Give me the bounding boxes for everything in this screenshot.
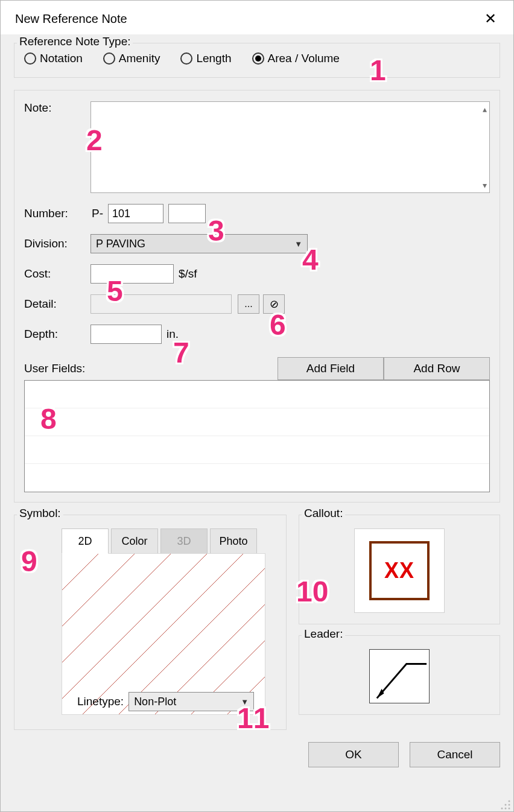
cancel-button[interactable]: Cancel	[410, 742, 500, 767]
no-icon: ⊘	[270, 297, 279, 311]
cost-label: Cost:	[24, 267, 90, 281]
dialog-client: Reference Note Type: Notation Amenity Le…	[1, 34, 513, 811]
cancel-label: Cancel	[437, 748, 472, 761]
symbol-groupbox: Symbol: 2D Color 3D Photo	[14, 515, 287, 730]
close-button[interactable]: ✕	[478, 9, 503, 28]
symbol-label: Symbol:	[17, 507, 63, 520]
add-field-button[interactable]: Add Field	[278, 357, 384, 380]
type-section-label: Reference Note Type:	[17, 35, 133, 48]
ellipsis-icon: ...	[244, 299, 252, 309]
form-groupbox: Note: ▴ ▾ Number: P- Division: P PAVING …	[14, 90, 500, 503]
svg-point-15	[505, 808, 507, 810]
radio-length-label: Length	[196, 52, 231, 65]
hatch-pattern-icon	[62, 554, 265, 715]
add-row-button[interactable]: Add Row	[384, 357, 490, 380]
division-row: Division: P PAVING ▼	[24, 234, 490, 253]
svg-line-2	[62, 554, 159, 650]
callout-text: XX	[384, 558, 414, 583]
svg-point-13	[509, 804, 510, 806]
svg-point-12	[505, 804, 507, 806]
leader-label: Leader:	[302, 627, 345, 641]
svg-point-11	[509, 801, 510, 802]
user-fields-header: User Fields: Add Field Add Row	[24, 357, 490, 380]
user-fields-grid[interactable]	[24, 380, 490, 492]
tab-color[interactable]: Color	[111, 528, 158, 554]
linetype-select[interactable]: Non-Plot ▼	[128, 692, 254, 711]
radio-dot-icon	[24, 52, 36, 65]
leader-preview[interactable]	[369, 649, 430, 703]
right-column: Callout: XX Leader:	[299, 515, 500, 730]
radio-area-volume-label: Area / Volume	[268, 52, 340, 65]
scroll-up-icon[interactable]: ▴	[483, 104, 487, 114]
number-label: Number:	[24, 207, 90, 220]
cost-row: Cost: $/sf	[24, 264, 490, 284]
symbol-preview[interactable]	[62, 553, 265, 715]
depth-label: Depth:	[24, 328, 90, 341]
svg-line-9	[219, 554, 265, 715]
number-input[interactable]	[108, 204, 163, 223]
resize-grip-icon[interactable]	[500, 799, 511, 810]
cost-input[interactable]	[90, 264, 174, 284]
linetype-value: Non-Plot	[134, 696, 176, 708]
chevron-down-icon: ▼	[241, 697, 249, 706]
add-field-label: Add Field	[306, 362, 355, 375]
svg-line-0	[62, 554, 86, 578]
number-prefix: P-	[90, 207, 108, 220]
depth-unit: in.	[162, 328, 183, 341]
callout-groupbox: Callout: XX	[299, 515, 500, 624]
add-row-label: Add Row	[413, 362, 460, 375]
svg-line-6	[110, 554, 265, 715]
titlebar: New Reference Note ✕	[1, 1, 513, 37]
chevron-down-icon: ▼	[294, 239, 302, 249]
window-title: New Reference Note	[15, 12, 127, 26]
grid-row	[25, 464, 489, 492]
grid-row	[25, 436, 489, 464]
ok-button[interactable]: OK	[308, 742, 399, 767]
radio-amenity[interactable]: Amenity	[103, 52, 160, 65]
radio-area-volume[interactable]: Area / Volume	[252, 52, 340, 65]
radio-dot-icon	[180, 52, 192, 65]
tab-2d[interactable]: 2D	[62, 528, 109, 554]
svg-line-3	[62, 554, 195, 687]
radio-length[interactable]: Length	[180, 52, 231, 65]
grid-row	[25, 408, 489, 436]
ok-label: OK	[345, 748, 361, 761]
user-fields-label: User Fields:	[24, 362, 85, 375]
radio-dot-icon	[103, 52, 115, 65]
cost-unit: $/sf	[174, 267, 202, 281]
linetype-label: Linetype:	[77, 695, 124, 708]
detail-browse-button[interactable]: ...	[238, 294, 259, 314]
svg-point-14	[501, 808, 503, 810]
number-suffix-input[interactable]	[168, 204, 206, 223]
tab-3d: 3D	[160, 528, 208, 554]
footer-buttons: OK Cancel	[14, 742, 500, 767]
callout-preview[interactable]: XX	[354, 528, 445, 613]
leader-groupbox: Leader:	[299, 635, 500, 715]
note-label: Note:	[24, 101, 90, 115]
svg-line-7	[147, 554, 265, 715]
number-row: Number: P-	[24, 204, 490, 223]
radio-notation-label: Notation	[40, 52, 83, 65]
type-radio-row: Notation Amenity Length Area / Volume	[24, 52, 490, 65]
scroll-down-icon[interactable]: ▾	[483, 180, 487, 190]
detail-label: Detail:	[24, 297, 90, 311]
detail-display	[90, 294, 232, 314]
radio-notation[interactable]: Notation	[24, 52, 83, 65]
division-label: Division:	[24, 237, 90, 250]
radio-dot-icon	[252, 52, 264, 65]
division-value: P PAVING	[96, 238, 145, 250]
bottom-row: Symbol: 2D Color 3D Photo	[14, 515, 500, 730]
depth-input[interactable]	[90, 325, 162, 344]
detail-row: Detail: ... ⊘	[24, 294, 490, 314]
division-select[interactable]: P PAVING ▼	[90, 234, 308, 253]
svg-point-16	[509, 808, 510, 810]
callout-symbol-icon: XX	[369, 541, 430, 600]
detail-clear-button[interactable]: ⊘	[263, 294, 285, 314]
tab-photo[interactable]: Photo	[210, 528, 257, 554]
linetype-row: Linetype: Non-Plot ▼	[77, 692, 254, 711]
note-row: Note: ▴ ▾	[24, 101, 490, 193]
depth-row: Depth: in.	[24, 325, 490, 344]
symbol-tabs: 2D Color 3D Photo	[62, 528, 278, 554]
svg-line-1	[62, 554, 122, 614]
note-textarea[interactable]: ▴ ▾	[90, 101, 490, 193]
